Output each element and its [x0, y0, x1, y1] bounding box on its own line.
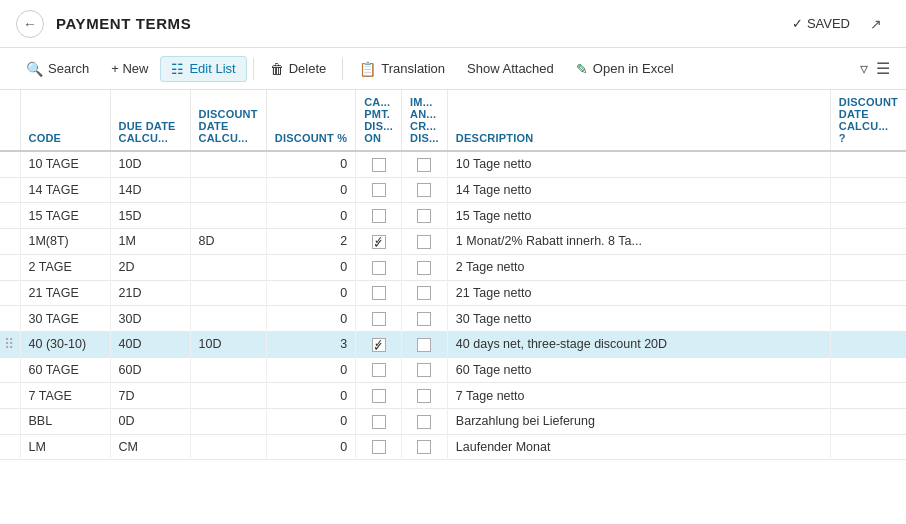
cell-im-an[interactable]: [402, 331, 448, 357]
row-selector[interactable]: [0, 177, 20, 203]
expand-button[interactable]: ↗: [862, 10, 890, 38]
ca-pmt-checkbox[interactable]: [372, 415, 386, 429]
cell-ca-pmt[interactable]: [356, 306, 402, 332]
im-an-checkbox[interactable]: [417, 261, 431, 275]
drag-handle-icon[interactable]: ⠿: [4, 336, 14, 352]
im-an-checkbox[interactable]: [417, 235, 431, 249]
edit-list-button[interactable]: ☷ Edit List: [160, 56, 246, 82]
row-selector[interactable]: [0, 229, 20, 255]
cell-im-an[interactable]: [402, 229, 448, 255]
cell-discount-date: [190, 357, 266, 383]
col-header-duedate[interactable]: DUE DATECALCU...: [110, 90, 190, 151]
ca-pmt-checkbox[interactable]: [372, 261, 386, 275]
ca-pmt-checkbox[interactable]: ✓: [372, 338, 386, 352]
table-row[interactable]: BBL0D0Barzahlung bei Lieferung: [0, 409, 906, 435]
table-row[interactable]: 15 TAGE15D015 Tage netto: [0, 203, 906, 229]
cell-ca-pmt[interactable]: [356, 383, 402, 409]
cell-im-an[interactable]: [402, 177, 448, 203]
cell-ca-pmt[interactable]: [356, 151, 402, 177]
cell-code: 30 TAGE: [20, 306, 110, 332]
cell-ca-pmt[interactable]: [356, 434, 402, 460]
cell-ca-pmt[interactable]: [356, 357, 402, 383]
ca-pmt-checkbox[interactable]: [372, 312, 386, 326]
open-excel-button[interactable]: ✎ Open in Excel: [566, 57, 684, 81]
row-selector[interactable]: ⠿: [0, 331, 20, 357]
im-an-checkbox[interactable]: [417, 158, 431, 172]
cell-disc-date2: [830, 177, 906, 203]
ca-pmt-checkbox[interactable]: ✓: [372, 235, 386, 249]
row-selector[interactable]: [0, 280, 20, 306]
cell-ca-pmt[interactable]: [356, 409, 402, 435]
cell-ca-pmt[interactable]: [356, 280, 402, 306]
translation-button[interactable]: 📋 Translation: [349, 57, 455, 81]
row-selector[interactable]: [0, 409, 20, 435]
row-selector[interactable]: [0, 151, 20, 177]
cell-discount-pct: 0: [266, 177, 355, 203]
show-attached-button[interactable]: Show Attached: [457, 57, 564, 80]
ca-pmt-checkbox[interactable]: [372, 286, 386, 300]
cell-discount-date: [190, 177, 266, 203]
table-row[interactable]: 2 TAGE2D02 Tage netto: [0, 254, 906, 280]
cell-im-an[interactable]: [402, 306, 448, 332]
cell-im-an[interactable]: [402, 203, 448, 229]
im-an-checkbox[interactable]: [417, 286, 431, 300]
cell-ca-pmt[interactable]: [356, 203, 402, 229]
row-selector[interactable]: [0, 203, 20, 229]
cell-due-date: 60D: [110, 357, 190, 383]
table-row[interactable]: 10 TAGE10D010 Tage netto: [0, 151, 906, 177]
ca-pmt-checkbox[interactable]: [372, 389, 386, 403]
row-selector[interactable]: [0, 306, 20, 332]
row-selector[interactable]: [0, 254, 20, 280]
new-button[interactable]: + New: [101, 57, 158, 80]
cell-im-an[interactable]: [402, 409, 448, 435]
ca-pmt-checkbox[interactable]: [372, 363, 386, 377]
ca-pmt-checkbox[interactable]: [372, 158, 386, 172]
table-row[interactable]: 1M(8T)1M8D2✓1 Monat/2% Rabatt innerh. 8 …: [0, 229, 906, 255]
row-selector[interactable]: [0, 383, 20, 409]
table-row[interactable]: 7 TAGE7D07 Tage netto: [0, 383, 906, 409]
table-row[interactable]: ⠿40 (30-10)40D10D3✓40 days net, three-st…: [0, 331, 906, 357]
table-row[interactable]: 21 TAGE21D021 Tage netto: [0, 280, 906, 306]
cell-ca-pmt[interactable]: [356, 254, 402, 280]
ca-pmt-checkbox[interactable]: [372, 183, 386, 197]
table-row[interactable]: 60 TAGE60D060 Tage netto: [0, 357, 906, 383]
cell-im-an[interactable]: [402, 151, 448, 177]
im-an-checkbox[interactable]: [417, 440, 431, 454]
delete-button[interactable]: 🗑 Delete: [260, 57, 337, 81]
col-header-ca[interactable]: CA...PMT.DIS...ON: [356, 90, 402, 151]
col-header-code[interactable]: CODE: [20, 90, 110, 151]
im-an-checkbox[interactable]: [417, 312, 431, 326]
cell-ca-pmt[interactable]: ✓: [356, 229, 402, 255]
im-an-checkbox[interactable]: [417, 389, 431, 403]
im-an-checkbox[interactable]: [417, 183, 431, 197]
cell-im-an[interactable]: [402, 254, 448, 280]
table-row[interactable]: 30 TAGE30D030 Tage netto: [0, 306, 906, 332]
row-selector[interactable]: [0, 357, 20, 383]
ca-pmt-checkbox[interactable]: [372, 440, 386, 454]
im-an-checkbox[interactable]: [417, 209, 431, 223]
row-selector[interactable]: [0, 434, 20, 460]
table-row[interactable]: 14 TAGE14D014 Tage netto: [0, 177, 906, 203]
ca-pmt-checkbox[interactable]: [372, 209, 386, 223]
cell-im-an[interactable]: [402, 280, 448, 306]
table-row[interactable]: LMCM0Laufender Monat: [0, 434, 906, 460]
col-header-desc[interactable]: DESCRIPTION: [447, 90, 830, 151]
menu-icon[interactable]: ☰: [876, 59, 890, 78]
im-an-checkbox[interactable]: [417, 363, 431, 377]
excel-icon: ✎: [576, 61, 588, 77]
im-an-checkbox[interactable]: [417, 415, 431, 429]
back-button[interactable]: ←: [16, 10, 44, 38]
cell-ca-pmt[interactable]: ✓: [356, 331, 402, 357]
col-header-im[interactable]: IM...AN...CR...DIS...: [402, 90, 448, 151]
cell-im-an[interactable]: [402, 357, 448, 383]
col-header-discpct[interactable]: DISCOUNT %: [266, 90, 355, 151]
cell-im-an[interactable]: [402, 383, 448, 409]
col-header-discdate[interactable]: DISCOUNTDATECALCU...: [190, 90, 266, 151]
col-header-discdate2[interactable]: DISCOUNTDATECALCU...?: [830, 90, 906, 151]
table-container: CODE DUE DATECALCU... DISCOUNTDATECALCU.…: [0, 90, 906, 524]
filter-icon[interactable]: ▿: [860, 59, 868, 78]
im-an-checkbox[interactable]: [417, 338, 431, 352]
search-button[interactable]: 🔍 Search: [16, 57, 99, 81]
cell-ca-pmt[interactable]: [356, 177, 402, 203]
cell-im-an[interactable]: [402, 434, 448, 460]
